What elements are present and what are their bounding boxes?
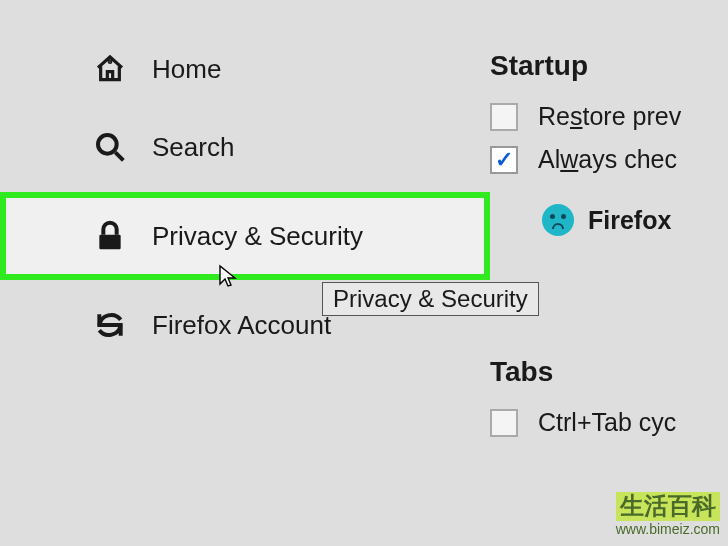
sidebar-item-label: Search (152, 132, 234, 163)
always-check-row[interactable]: Always chec (490, 145, 728, 174)
search-icon (90, 131, 130, 163)
sidebar-item-privacy-security[interactable]: Privacy & Security (0, 192, 490, 280)
ctrl-tab-label: Ctrl+Tab cyc (538, 408, 676, 437)
svg-line-2 (115, 152, 123, 160)
tabs-section-title: Tabs (490, 356, 728, 388)
always-label: Always chec (538, 145, 677, 174)
watermark: 生活百科 www.bimeiz.com (616, 492, 720, 538)
always-checkbox[interactable] (490, 146, 518, 174)
restore-checkbox[interactable] (490, 103, 518, 131)
default-browser-row: Firefox (542, 204, 728, 236)
home-icon (90, 53, 130, 85)
restore-label: Restore prev (538, 102, 681, 131)
tooltip: Privacy & Security (322, 282, 539, 316)
restore-previous-row[interactable]: Restore prev (490, 102, 728, 131)
svg-rect-3 (99, 235, 120, 250)
svg-point-1 (98, 135, 117, 154)
ctrl-tab-row[interactable]: Ctrl+Tab cyc (490, 408, 728, 437)
sidebar-item-label: Firefox Account (152, 310, 331, 341)
lock-icon (90, 220, 130, 252)
sidebar-item-home[interactable]: Home (0, 30, 490, 108)
sidebar-item-search[interactable]: Search (0, 108, 490, 186)
browser-label: Firefox (588, 206, 671, 235)
sync-icon (90, 309, 130, 341)
firefox-icon (542, 204, 574, 236)
svg-point-0 (109, 61, 111, 63)
sidebar-item-label: Privacy & Security (152, 221, 363, 252)
sidebar-item-label: Home (152, 54, 221, 85)
content-area: General Startup Restore prev Always chec… (490, 0, 728, 546)
ctrl-tab-checkbox[interactable] (490, 409, 518, 437)
sidebar: Home Search Privacy & Security (0, 0, 490, 546)
cursor-pointer (218, 264, 238, 290)
startup-section-title: Startup (490, 50, 728, 82)
